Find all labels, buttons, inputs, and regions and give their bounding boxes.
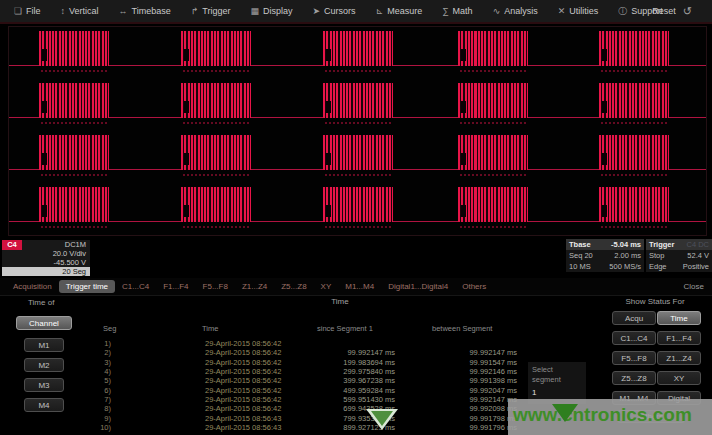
tab-trigger-time[interactable]: Trigger time — [59, 280, 115, 293]
segment-row[interactable]: 1)29-April-2015 08:56:42 — [0, 339, 560, 348]
segment-row[interactable]: 6)29-April-2015 08:56:42499.959284 ms99.… — [0, 386, 560, 395]
channel-seg-count: 20 Seg — [2, 267, 90, 276]
waveform-row — [9, 79, 706, 131]
waveform-row — [9, 183, 706, 235]
status-button-f5-f8[interactable]: F5...F8 — [612, 351, 656, 365]
segment-row[interactable]: 10)29-April-2015 08:56:43899.927123 ms99… — [0, 423, 560, 432]
waveform-burst — [323, 187, 393, 222]
close-button[interactable]: Close — [684, 282, 704, 291]
file-icon: ❏ — [14, 7, 22, 16]
between-segment-value: 99.992147 ms — [422, 395, 517, 404]
waveform-burst — [599, 83, 669, 118]
status-button-time[interactable]: Time — [657, 311, 701, 325]
status-button-c1-c4[interactable]: C1...C4 — [612, 331, 656, 345]
timebase-samples: 10 MS — [569, 261, 591, 272]
segment-number: 6) — [85, 386, 111, 395]
since-segment-1-value: 99.992147 ms — [300, 348, 395, 357]
since-segment-1-value: 299.975840 ms — [300, 367, 395, 376]
between-segment-value: 99.991798 ms — [422, 414, 517, 423]
menu-label: Timebase — [132, 6, 171, 16]
trigger-source: C4 DC — [686, 239, 709, 250]
trigger-descriptor[interactable]: Trigger C4 DC Stop 52.4 V Edge Positive — [646, 239, 712, 272]
source-button-channel[interactable]: Channel — [16, 316, 72, 330]
trigger-icon: ↱ — [191, 7, 199, 16]
menu-file[interactable]: ❏File — [4, 0, 51, 22]
waveform-burst — [599, 135, 669, 170]
reset-icon[interactable]: ↺ — [683, 6, 692, 17]
between-segment-value: 99.991796 ms — [422, 423, 517, 432]
menu-bar: ❏File↕Vertical↔Timebase↱Trigger▦Display➤… — [0, 0, 712, 24]
waveform-burst — [323, 83, 393, 118]
tab-acquisition[interactable]: Acquisition — [6, 280, 59, 293]
menu-label: Math — [453, 6, 473, 16]
menu-utilities[interactable]: ✕Utilities — [548, 0, 609, 22]
timebase-descriptor[interactable]: Tbase -5.04 ms Seq 20 2.00 ms 10 MS 500 … — [566, 239, 644, 272]
status-button-z5-z8[interactable]: Z5...Z8 — [612, 371, 656, 385]
status-button-z1-z4[interactable]: Z1...Z4 — [657, 351, 701, 365]
status-button-f1-f4[interactable]: F1...F4 — [657, 331, 701, 345]
segment-row[interactable]: 9)29-April-2015 08:56:43799.935326 ms99.… — [0, 414, 560, 423]
tab-z5-z8[interactable]: Z5...Z8 — [274, 280, 313, 293]
col-header-between: between Segment — [432, 324, 492, 333]
between-segment-value: 99.991398 ms — [422, 376, 517, 385]
status-tabbar: AcquisitionTrigger timeC1...C4F1...F4F5.… — [0, 278, 712, 296]
col-header-time: Time — [202, 324, 218, 333]
measure-icon: ⊾ — [376, 7, 384, 16]
segment-row[interactable]: 8)29-April-2015 08:56:42699.943528 ms99.… — [0, 404, 560, 413]
select-segment-value: 1 — [532, 388, 582, 398]
channel-descriptor-c4[interactable]: C4 DC1M 20.0 V/div -45.500 V 20 Seg — [2, 240, 90, 276]
tab-z1-z4[interactable]: Z1...Z4 — [235, 280, 274, 293]
tab-m1-m4[interactable]: M1...M4 — [338, 280, 381, 293]
waveform-burst — [181, 31, 251, 66]
menu-label: Utilities — [569, 6, 598, 16]
between-segment-value: 99.992147 ms — [422, 348, 517, 357]
menu-math[interactable]: ∑Math — [432, 0, 482, 22]
tab-f5-f8[interactable]: F5...F8 — [196, 280, 235, 293]
tab-xy[interactable]: XY — [314, 280, 339, 293]
menu-display[interactable]: ▦Display — [241, 0, 303, 22]
segment-time: 29-April-2015 08:56:42 — [205, 339, 335, 348]
reset-button[interactable]: Reset ↺ — [652, 0, 692, 22]
between-segment-value: 99.991547 ms — [422, 358, 517, 367]
since-segment-1-value: 599.951430 ms — [300, 395, 395, 404]
segment-row[interactable]: 7)29-April-2015 08:56:42599.951430 ms99.… — [0, 395, 560, 404]
waveform-burst — [323, 135, 393, 170]
segment-number: 1) — [85, 339, 111, 348]
status-button-xy[interactable]: XY — [657, 371, 701, 385]
trigger-label: Trigger — [649, 239, 674, 250]
timebase-icon: ↔ — [119, 7, 128, 16]
waveform-burst — [39, 187, 109, 222]
menu-label: Analysis — [504, 6, 538, 16]
segment-row[interactable]: 2)29-April-2015 08:56:4299.992147 ms99.9… — [0, 348, 560, 357]
segment-row[interactable]: 3)29-April-2015 08:56:42199.983694 ms99.… — [0, 358, 560, 367]
trigger-mode: Stop — [649, 250, 664, 261]
show-status-for-label: Show Status For — [600, 297, 710, 306]
waveform-display[interactable] — [8, 26, 707, 236]
tab-digital1-digital4[interactable]: Digital1...Digital4 — [381, 280, 455, 293]
waveform-burst — [458, 135, 528, 170]
support-icon: ⓘ — [618, 7, 627, 16]
menu-label: Cursors — [324, 6, 356, 16]
select-segment-field[interactable]: Select segment 1 — [528, 362, 586, 404]
segment-number: 2) — [85, 348, 111, 357]
status-button-acqu[interactable]: Acqu — [612, 311, 656, 325]
watermark-text: www.cntronics.com — [513, 404, 692, 426]
menu-timebase[interactable]: ↔Timebase — [109, 0, 181, 22]
tab-f1-f4[interactable]: F1...F4 — [156, 280, 195, 293]
menu-cursors[interactable]: ➤Cursors — [303, 0, 366, 22]
cursors-icon: ➤ — [313, 7, 321, 16]
menu-analysis[interactable]: ∿Analysis — [483, 0, 548, 22]
menu-vertical[interactable]: ↕Vertical — [51, 0, 109, 22]
menu-label: Vertical — [69, 6, 99, 16]
col-header-since: since Segment 1 — [317, 324, 373, 333]
analysis-icon: ∿ — [493, 7, 501, 16]
tab-others[interactable]: Others — [455, 280, 493, 293]
menu-measure[interactable]: ⊾Measure — [366, 0, 433, 22]
tab-c1-c4[interactable]: C1...C4 — [115, 280, 156, 293]
waveform-burst — [181, 83, 251, 118]
menu-label: Display — [263, 6, 293, 16]
reset-label: Reset — [652, 6, 676, 16]
segment-row[interactable]: 5)29-April-2015 08:56:42399.967238 ms99.… — [0, 376, 560, 385]
segment-row[interactable]: 4)29-April-2015 08:56:42299.975840 ms99.… — [0, 367, 560, 376]
menu-trigger[interactable]: ↱Trigger — [181, 0, 241, 22]
